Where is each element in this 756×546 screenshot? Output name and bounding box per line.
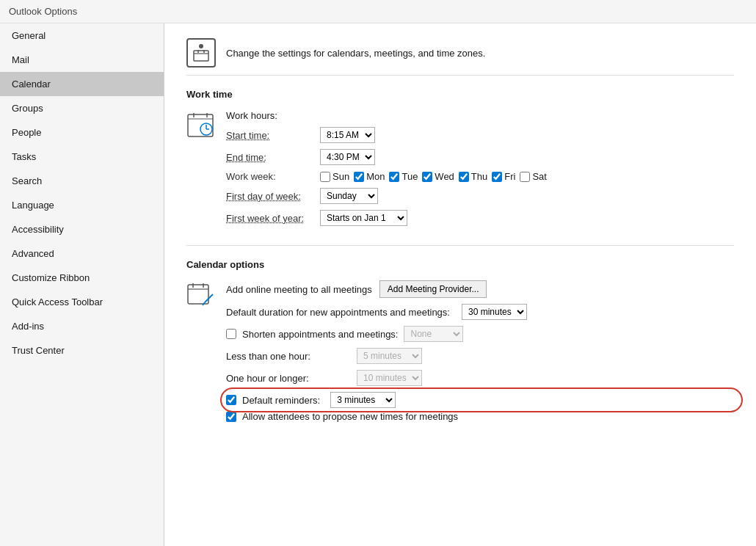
- mon-label: Mon: [366, 171, 385, 182]
- first-day-row: First day of week: Sunday Monday Saturda…: [226, 188, 734, 204]
- start-time-label: Start time:: [226, 130, 314, 141]
- default-reminders-row: Default reminders: 3 minutes 0 minutes 1…: [226, 392, 734, 408]
- page-header: Change the settings for calendars, meeti…: [186, 38, 734, 76]
- sidebar-item-search[interactable]: Search: [0, 169, 164, 193]
- sidebar-item-customize-ribbon[interactable]: Customize Ribbon: [0, 266, 164, 290]
- page-header-text: Change the settings for calendars, meeti…: [226, 48, 485, 59]
- svg-line-16: [203, 302, 205, 305]
- work-week-days: Sun Mon Tue Wed: [320, 171, 547, 182]
- calendar-icon: [186, 38, 216, 68]
- first-day-label: First day of week:: [226, 191, 314, 202]
- sidebar-item-advanced[interactable]: Advanced: [0, 241, 164, 266]
- work-week-row: Work week: Sun Mon Tue: [226, 171, 734, 182]
- default-duration-label: Default duration for new appointments an…: [226, 307, 450, 318]
- svg-rect-0: [194, 51, 208, 61]
- tue-label: Tue: [401, 171, 418, 182]
- sidebar-item-tasks[interactable]: Tasks: [0, 145, 164, 169]
- day-sat: Sat: [520, 171, 547, 182]
- wed-checkbox[interactable]: [422, 172, 432, 182]
- calendar-options-block: Add online meeting to all meetings Add M…: [186, 280, 734, 428]
- wed-label: Wed: [435, 171, 454, 182]
- calendar-icon-svg: [193, 50, 209, 62]
- default-reminders-checkbox[interactable]: [226, 395, 236, 405]
- allow-attendees-label: Allow attendees to propose new times for…: [242, 411, 458, 422]
- shorten-select[interactable]: None End early Start late: [404, 326, 463, 342]
- fri-label: Fri: [504, 171, 515, 182]
- less-than-one-hour-label: Less than one hour:: [226, 351, 351, 362]
- first-day-select[interactable]: Sunday Monday Saturday: [320, 188, 378, 204]
- add-meeting-row: Add online meeting to all meetings Add M…: [226, 280, 734, 298]
- mon-checkbox[interactable]: [354, 172, 364, 182]
- sidebar-item-quick-access-toolbar[interactable]: Quick Access Toolbar: [0, 290, 164, 314]
- shorten-label: Shorten appointments and meetings:: [242, 329, 398, 340]
- calendar-icon-dot: [199, 44, 203, 48]
- day-sun: Sun: [320, 171, 349, 182]
- first-week-select[interactable]: Starts on Jan 1 First full week First 4-…: [320, 210, 407, 226]
- first-week-label: First week of year:: [226, 213, 314, 224]
- default-duration-row: Default duration for new appointments an…: [226, 304, 734, 320]
- end-time-label: End time:: [226, 152, 314, 163]
- thu-label: Thu: [471, 171, 487, 182]
- add-meeting-provider-button[interactable]: Add Meeting Provider...: [379, 280, 487, 298]
- day-fri: Fri: [492, 171, 515, 182]
- day-thu: Thu: [459, 171, 487, 182]
- less-than-one-hour-select[interactable]: 5 minutes 10 minutes 15 minutes: [357, 348, 422, 364]
- title-bar-text: Outlook Options: [9, 6, 77, 17]
- work-week-label: Work week:: [226, 171, 314, 182]
- one-hour-or-longer-row: One hour or longer: 10 minutes 15 minute…: [226, 370, 734, 386]
- work-hours-label: Work hours:: [226, 110, 277, 121]
- work-hours-label-row: Work hours:: [226, 110, 734, 121]
- work-time-title: Work time: [186, 89, 734, 100]
- allow-attendees-row: Allow attendees to propose new times for…: [226, 411, 734, 422]
- calendar-options-rows: Add online meeting to all meetings Add M…: [226, 280, 734, 428]
- work-time-rows: Work hours: Start time: 8:15 AM 7:00 AM …: [226, 110, 734, 232]
- content-area: Change the settings for calendars, meeti…: [164, 23, 756, 546]
- day-mon: Mon: [354, 171, 385, 182]
- work-hours-icon: [186, 112, 214, 139]
- sidebar-item-mail[interactable]: Mail: [0, 48, 164, 72]
- sidebar-item-calendar[interactable]: Calendar: [0, 72, 164, 96]
- start-time-row: Start time: 8:15 AM 7:00 AM 7:30 AM 8:00…: [226, 127, 734, 143]
- fri-checkbox[interactable]: [492, 172, 502, 182]
- sidebar-item-add-ins[interactable]: Add-ins: [0, 314, 164, 338]
- shorten-checkbox[interactable]: [226, 329, 236, 339]
- sat-checkbox[interactable]: [520, 172, 530, 182]
- work-time-block: Work hours: Start time: 8:15 AM 7:00 AM …: [186, 110, 734, 232]
- calendar-options-icon: [186, 282, 214, 310]
- allow-attendees-checkbox[interactable]: [226, 412, 236, 422]
- section-divider-1: [186, 245, 734, 246]
- one-hour-or-longer-select[interactable]: 10 minutes 15 minutes: [357, 370, 422, 386]
- title-bar: Outlook Options: [0, 0, 756, 23]
- sidebar-item-accessibility[interactable]: Accessibility: [0, 217, 164, 241]
- sat-label: Sat: [532, 171, 547, 182]
- day-tue: Tue: [389, 171, 418, 182]
- sidebar-item-general[interactable]: General: [0, 23, 164, 48]
- thu-checkbox[interactable]: [459, 172, 469, 182]
- default-reminders-label: Default reminders:: [242, 395, 320, 406]
- one-hour-or-longer-label: One hour or longer:: [226, 373, 351, 384]
- sidebar-item-trust-center[interactable]: Trust Center: [0, 338, 164, 363]
- end-time-select[interactable]: 4:30 PM 4:00 PM 5:00 PM 5:30 PM: [320, 149, 375, 165]
- svg-rect-4: [188, 114, 213, 136]
- end-time-row: End time: 4:30 PM 4:00 PM 5:00 PM 5:30 P…: [226, 149, 734, 165]
- tue-checkbox[interactable]: [389, 172, 399, 182]
- sidebar-item-people[interactable]: People: [0, 120, 164, 145]
- day-wed: Wed: [422, 171, 454, 182]
- add-meeting-text: Add online meeting to all meetings: [226, 284, 372, 295]
- default-reminders-select[interactable]: 3 minutes 0 minutes 1 minutes 2 minutes …: [330, 392, 396, 408]
- less-than-one-hour-row: Less than one hour: 5 minutes 10 minutes…: [226, 348, 734, 364]
- sun-checkbox[interactable]: [320, 172, 330, 182]
- sidebar-item-language[interactable]: Language: [0, 193, 164, 217]
- start-time-select[interactable]: 8:15 AM 7:00 AM 7:30 AM 8:00 AM 8:30 AM …: [320, 127, 375, 143]
- sidebar-item-groups[interactable]: Groups: [0, 96, 164, 120]
- first-week-row: First week of year: Starts on Jan 1 Firs…: [226, 210, 734, 226]
- sidebar: General Mail Calendar Groups People Task…: [0, 23, 164, 546]
- default-duration-select[interactable]: 30 minutes 0 minutes 5 minutes 10 minute…: [462, 304, 527, 320]
- sun-label: Sun: [332, 171, 349, 182]
- shorten-row: Shorten appointments and meetings: None …: [226, 326, 734, 342]
- calendar-options-title: Calendar options: [186, 259, 734, 270]
